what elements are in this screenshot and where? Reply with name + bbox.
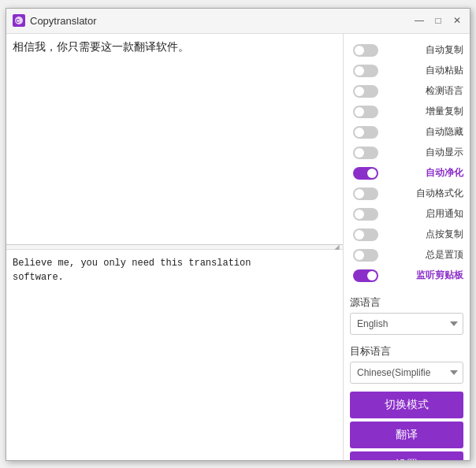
toggle-item: 总是置顶 (350, 245, 463, 266)
toggle-label-0: 自动复制 (426, 43, 463, 57)
toggle-switch-2[interactable] (353, 85, 378, 98)
switch-mode-button[interactable]: 切换模式 (350, 392, 463, 418)
left-panel: 相信我，你只需要这一款翻译软件。 ◢ Believe me, you only … (6, 34, 344, 460)
toggle-item: 自动净化 (350, 163, 463, 184)
toggle-list: 自动复制自动粘贴检测语言增量复制自动隐藏自动显示自动净化自动格式化启用通知点按复… (344, 37, 470, 289)
maximize-button[interactable]: □ (432, 14, 444, 27)
toggle-label-11: 监听剪贴板 (416, 269, 463, 282)
target-lang-label: 目标语言 (350, 344, 463, 358)
minimize-button[interactable]: — (413, 14, 426, 27)
toggle-item: 点按复制 (350, 225, 463, 245)
main-content: 相信我，你只需要这一款翻译软件。 ◢ Believe me, you only … (6, 34, 470, 460)
right-panel: 自动复制自动粘贴检测语言增量复制自动隐藏自动显示自动净化自动格式化启用通知点按复… (344, 34, 470, 460)
toggle-label-8: 启用通知 (426, 207, 463, 221)
toggle-switch-5[interactable] (353, 147, 378, 159)
toggle-switch-7[interactable] (353, 188, 378, 200)
target-lang-section: 目标语言 Chinese(Simplifie (344, 338, 470, 387)
toggle-label-7: 自动格式化 (416, 187, 463, 200)
title-bar: C Copytranslator — □ ✕ (6, 9, 470, 34)
source-lang-select[interactable]: English (350, 313, 463, 335)
toggle-item: 启用通知 (350, 204, 463, 225)
toggle-item: 检测语言 (350, 81, 463, 102)
source-lang-section: 源语言 English (344, 289, 470, 338)
translate-button[interactable]: 翻译 (350, 422, 463, 448)
toggle-label-6: 自动净化 (426, 166, 463, 180)
close-button[interactable]: ✕ (451, 14, 463, 27)
toggle-switch-10[interactable] (353, 249, 378, 262)
toggle-switch-1[interactable] (353, 65, 378, 77)
toggle-item: 自动隐藏 (350, 122, 463, 143)
toggle-label-9: 点按复制 (426, 228, 463, 241)
source-text-input[interactable]: 相信我，你只需要这一款翻译软件。 (6, 34, 343, 245)
toggle-switch-6[interactable] (353, 167, 378, 180)
toggle-switch-3[interactable] (353, 106, 378, 118)
svg-text:C: C (16, 18, 20, 24)
settings-button[interactable]: 设置 (350, 451, 463, 460)
toggle-switch-4[interactable] (353, 126, 378, 139)
toggle-label-10: 总是置顶 (426, 248, 463, 262)
toggle-switch-11[interactable] (353, 269, 378, 282)
toggle-item: 自动格式化 (350, 184, 463, 204)
toggle-label-5: 自动显示 (426, 146, 463, 159)
toggle-switch-0[interactable] (353, 44, 378, 57)
toggle-item: 自动粘贴 (350, 61, 463, 81)
window-controls: — □ ✕ (413, 14, 463, 27)
target-lang-select[interactable]: Chinese(Simplifie (350, 362, 463, 384)
toggle-item: 自动显示 (350, 143, 463, 163)
toggle-label-3: 增量复制 (426, 105, 463, 118)
toggle-switch-8[interactable] (353, 208, 378, 221)
toggle-label-4: 自动隐藏 (426, 125, 463, 139)
window-title: Copytranslator (30, 15, 413, 27)
source-lang-label: 源语言 (350, 295, 463, 310)
toggle-label-2: 检测语言 (426, 84, 463, 98)
app-window: C Copytranslator — □ ✕ 相信我，你只需要这一款翻译软件。 … (6, 8, 470, 461)
toggle-item: 监听剪贴板 (350, 266, 463, 286)
translated-text-output[interactable]: Believe me, you only need this translati… (6, 250, 343, 460)
toggle-item: 增量复制 (350, 102, 463, 122)
toggle-switch-9[interactable] (353, 228, 378, 241)
toggle-item: 自动复制 (350, 40, 463, 61)
toggle-label-1: 自动粘贴 (426, 64, 463, 77)
app-icon: C (13, 14, 25, 27)
